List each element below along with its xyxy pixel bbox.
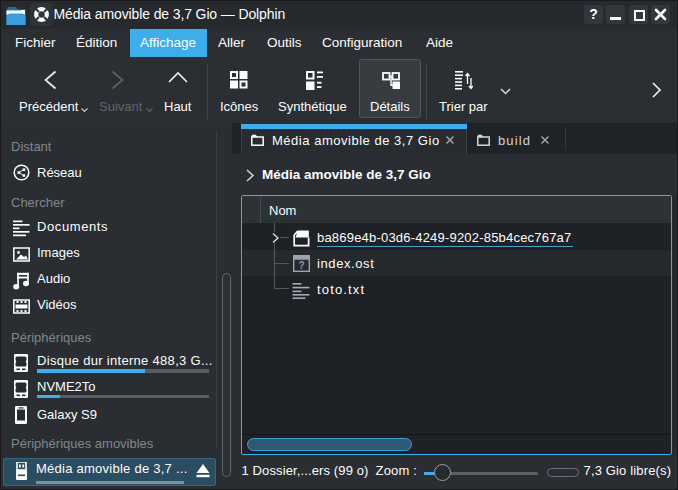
svg-text:?: ? [298,260,304,271]
